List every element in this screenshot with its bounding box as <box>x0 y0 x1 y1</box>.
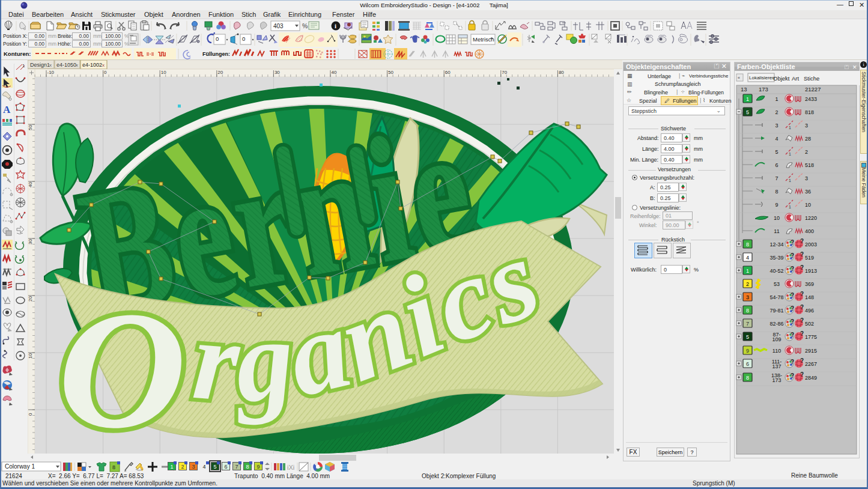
svg-text:1: 1 <box>746 268 749 274</box>
svg-text:e4-1050: e4-1050 <box>56 62 76 68</box>
svg-text:20: 20 <box>217 70 223 75</box>
svg-text:Konturen:: Konturen: <box>4 50 31 57</box>
svg-text:1: 1 <box>789 178 791 183</box>
svg-text:e4-1002: e4-1002 <box>82 62 102 68</box>
svg-text:9: 9 <box>746 348 749 354</box>
svg-text:1: 1 <box>789 152 791 156</box>
svg-text:%: % <box>302 22 308 29</box>
svg-text:109: 109 <box>772 336 781 342</box>
svg-text:Design1: Design1 <box>30 62 50 68</box>
svg-text:54-78: 54-78 <box>769 294 783 300</box>
svg-text:5: 5 <box>746 109 749 115</box>
svg-text:519: 519 <box>805 255 814 261</box>
svg-text:A: A <box>3 104 11 115</box>
svg-text:1220: 1220 <box>805 215 817 221</box>
svg-text:?: ? <box>791 372 794 379</box>
svg-text:50: 50 <box>28 125 33 130</box>
svg-text:13: 13 <box>741 86 747 93</box>
svg-text:-10: -10 <box>47 70 55 75</box>
svg-text:10: 10 <box>161 70 166 75</box>
svg-text:?: ? <box>800 291 804 297</box>
svg-text:40-52: 40-52 <box>769 268 783 274</box>
svg-text:i: i <box>335 22 336 29</box>
svg-text:2849: 2849 <box>805 375 817 381</box>
svg-text:8: 8 <box>746 308 749 314</box>
svg-text:70: 70 <box>502 70 507 75</box>
svg-text:21227: 21227 <box>805 86 821 93</box>
svg-text:?: ? <box>800 357 804 364</box>
svg-text:0: 0 <box>28 413 33 416</box>
svg-text:35-39: 35-39 <box>769 255 783 261</box>
svg-text:9: 9 <box>775 202 778 208</box>
svg-text:80: 80 <box>559 70 564 75</box>
svg-text:?: ? <box>791 292 794 299</box>
svg-text:x: x <box>102 62 105 68</box>
svg-text:5: 5 <box>775 149 778 155</box>
svg-text:10: 10 <box>774 215 780 221</box>
svg-text:?: ? <box>791 359 794 365</box>
svg-text:?: ? <box>791 239 794 246</box>
svg-text:«: « <box>738 76 740 80</box>
svg-text:4: 4 <box>746 255 749 261</box>
svg-text:502: 502 <box>805 321 814 327</box>
svg-text:148: 148 <box>805 294 814 300</box>
svg-text:1913: 1913 <box>805 268 817 274</box>
svg-text:?: ? <box>800 371 804 378</box>
svg-text:?: ? <box>791 305 794 312</box>
svg-text:8: 8 <box>112 464 115 470</box>
svg-text:11: 11 <box>774 228 779 234</box>
svg-text:?: ? <box>800 304 804 311</box>
svg-text:?: ? <box>800 251 804 258</box>
svg-text:2433: 2433 <box>805 96 817 102</box>
svg-text:137: 137 <box>772 363 781 369</box>
svg-text:1: 1 <box>775 96 778 102</box>
svg-text:40: 40 <box>28 182 33 187</box>
svg-text:4: 4 <box>775 136 778 142</box>
svg-text:60: 60 <box>445 70 451 75</box>
svg-text:12-34: 12-34 <box>769 241 783 248</box>
svg-text:8: 8 <box>746 375 749 381</box>
svg-text:x: x <box>76 62 78 68</box>
svg-text:?: ? <box>800 330 804 337</box>
svg-text:?: ? <box>791 332 794 338</box>
svg-text:36: 36 <box>805 189 811 195</box>
svg-text:0: 0 <box>104 70 107 75</box>
svg-text:3: 3 <box>746 294 749 300</box>
svg-text:2: 2 <box>746 281 749 287</box>
svg-text:28: 28 <box>805 136 811 142</box>
svg-text:Stiche: Stiche <box>804 75 819 82</box>
svg-text:8: 8 <box>746 241 749 248</box>
svg-text:⏍: ⏍ <box>845 64 849 70</box>
svg-text:400: 400 <box>805 228 814 234</box>
svg-text:518: 518 <box>805 162 814 168</box>
svg-text:✕: ✕ <box>852 64 857 70</box>
svg-text:7: 7 <box>746 321 749 327</box>
svg-text:8: 8 <box>775 189 778 195</box>
svg-text:?: ? <box>791 252 794 259</box>
svg-text:5: 5 <box>746 334 749 340</box>
svg-text:1: 1 <box>789 126 791 130</box>
svg-text:3: 3 <box>805 123 808 129</box>
svg-text:30: 30 <box>28 239 33 244</box>
svg-text:53: 53 <box>774 281 780 287</box>
svg-text:0: 0 <box>216 35 219 42</box>
svg-text:369: 369 <box>805 281 814 287</box>
svg-text:?: ? <box>791 318 794 325</box>
svg-text:x: x <box>49 62 52 68</box>
svg-text:Art: Art <box>792 75 800 82</box>
svg-text:2003: 2003 <box>805 241 817 248</box>
svg-text:Lokalisieren: Lokalisieren <box>749 75 775 80</box>
svg-text:403: 403 <box>273 23 284 29</box>
svg-text:1: 1 <box>746 96 749 102</box>
svg-text:1775: 1775 <box>805 334 817 340</box>
svg-text:10: 10 <box>28 353 33 359</box>
svg-text:3: 3 <box>775 123 778 129</box>
svg-text:0: 0 <box>242 35 245 42</box>
svg-text:2: 2 <box>805 149 808 155</box>
svg-text:818: 818 <box>805 109 814 115</box>
svg-text:iXi: iXi <box>287 464 294 471</box>
svg-text:?: ? <box>800 317 804 324</box>
svg-text:496: 496 <box>805 308 814 314</box>
svg-text:82-86: 82-86 <box>769 321 783 327</box>
svg-text:79-81: 79-81 <box>769 308 783 314</box>
